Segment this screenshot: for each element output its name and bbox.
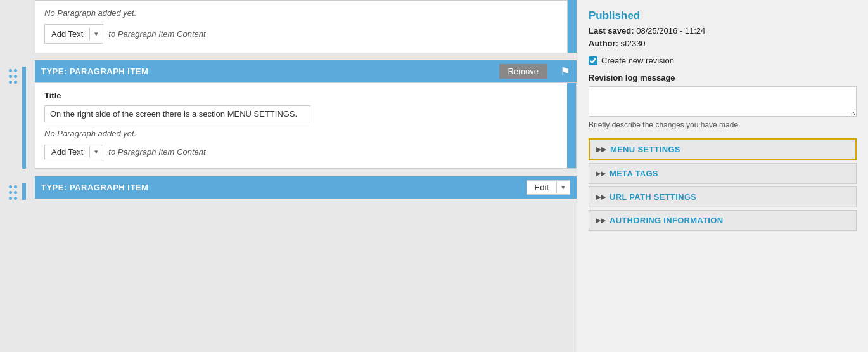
create-revision-checkbox[interactable] (589, 56, 597, 65)
drag-dot (14, 191, 17, 194)
meta-tags-label: META TAGS (610, 169, 658, 178)
drag-dot (9, 191, 12, 194)
drag-dot (9, 69, 12, 72)
drag-dot (9, 81, 12, 84)
last-saved-label: Last saved: (589, 26, 634, 36)
author-value: sf2330 (621, 39, 646, 48)
title-label-2: Title (44, 91, 558, 100)
revision-log-label: Revision log message (589, 73, 857, 82)
accordion-menu-settings[interactable]: ▶▶ MENU SETTINGS (589, 138, 857, 160)
accordion-meta-tags[interactable]: ▶▶ META TAGS (589, 163, 857, 184)
no-paragraph-label-1: No Paragraph added yet. (44, 8, 558, 18)
author-label: Author: (589, 39, 618, 48)
create-revision-row: Create new revision (589, 56, 857, 65)
last-saved-value: 08/25/2016 - 11:24 (636, 26, 705, 36)
drag-dot (14, 69, 17, 72)
drag-dot (14, 75, 17, 78)
title-input-2[interactable] (44, 105, 310, 122)
edit-button-group[interactable]: Edit ▾ (527, 180, 570, 195)
to-paragraph-label-2: to Paragraph Item Content (108, 147, 205, 157)
author-row: Author: sf2330 (589, 39, 857, 48)
edit-arrow-icon: ▾ (556, 181, 570, 193)
url-path-arrows: ▶▶ (596, 193, 606, 201)
drag-dot (9, 197, 12, 200)
accordion-url-path[interactable]: ▶▶ URL PATH SETTINGS (589, 186, 857, 207)
revision-hint-text: Briefly describe the changes you have ma… (589, 121, 740, 129)
url-path-label: URL PATH SETTINGS (610, 192, 696, 202)
add-text-button-2[interactable]: Add Text ▾ (44, 145, 103, 159)
last-saved-row: Last saved: 08/25/2016 - 11:24 (589, 26, 857, 36)
paragraph-type-label-2: TYPE: PARAGRAPH ITEM (41, 67, 499, 76)
add-text-label-1: Add Text (45, 27, 89, 41)
remove-button[interactable]: Remove (499, 64, 547, 79)
create-revision-label: Create new revision (601, 56, 674, 65)
meta-tags-arrows: ▶▶ (596, 169, 606, 178)
menu-settings-label: MENU SETTINGS (610, 145, 680, 154)
no-paragraph-label-2: No Paragraph added yet. (44, 129, 558, 138)
accordion-authoring[interactable]: ▶▶ AUTHORING INFORMATION (589, 210, 857, 231)
add-text-label-2: Add Text (45, 145, 89, 159)
revision-log-textarea[interactable] (589, 86, 857, 117)
flag-icon: ⚑ (560, 65, 570, 79)
flag-button[interactable]: ⚑ (554, 60, 577, 82)
add-text-button-1[interactable]: Add Text ▾ (44, 24, 103, 44)
add-text-arrow-2: ▾ (89, 146, 103, 158)
authoring-arrows: ▶▶ (596, 216, 606, 225)
drag-dot (14, 185, 17, 188)
drag-dot (14, 197, 17, 200)
to-paragraph-label-1: to Paragraph Item Content (108, 29, 205, 39)
drag-dot (9, 185, 12, 188)
drag-dot (9, 75, 12, 78)
add-text-arrow-1: ▾ (89, 28, 103, 40)
authoring-label: AUTHORING INFORMATION (610, 216, 723, 225)
published-status: Published (589, 10, 857, 22)
paragraph-type-label-3: TYPE: PARAGRAPH ITEM (41, 183, 527, 192)
edit-label: Edit (527, 181, 556, 194)
drag-dot (14, 81, 17, 84)
menu-settings-arrows: ▶▶ (596, 145, 606, 153)
revision-hint: Briefly describe the changes you have ma… (589, 121, 857, 129)
